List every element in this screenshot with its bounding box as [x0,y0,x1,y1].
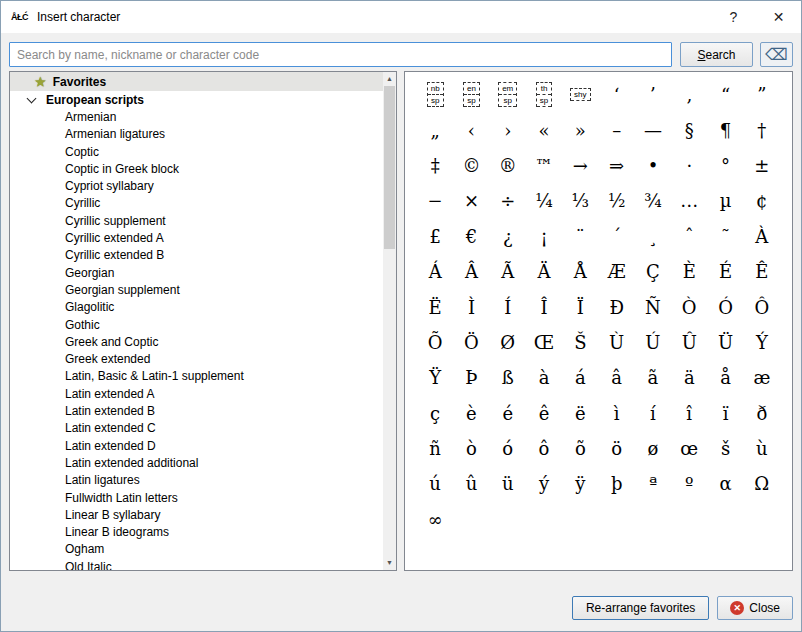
character-cell[interactable]: „ [417,112,453,147]
character-cell[interactable]: − [417,183,453,218]
tree-item[interactable]: Latin extended A [10,386,383,403]
character-cell[interactable]: ù [744,431,780,466]
character-cell[interactable]: û [453,466,489,501]
character-cell[interactable]: ü [490,466,526,501]
tree-item[interactable]: Coptic [10,144,383,161]
character-cell[interactable]: ∞ [417,502,453,537]
character-cell[interactable]: ¡ [526,219,562,254]
tree-item[interactable]: Gothic [10,317,383,334]
character-cell[interactable]: ½ [598,183,634,218]
character-cell[interactable]: º [671,466,707,501]
tree-item[interactable]: Cyrillic [10,195,383,212]
space-character-cell[interactable]: emsp [490,77,526,112]
tree-item[interactable]: Latin extended B [10,403,383,420]
character-cell[interactable]: ý [526,466,562,501]
tree-scrollbar[interactable]: ▲ ▼ [383,72,396,570]
help-button[interactable]: ? [711,1,756,33]
tree-item[interactable]: Greek extended [10,351,383,368]
character-cell[interactable]: ‚ [671,77,707,112]
character-cell[interactable]: Þ [453,360,489,395]
character-cell[interactable]: ‘ [598,77,634,112]
character-cell[interactable]: Á [417,254,453,289]
character-cell[interactable]: Í [490,289,526,324]
close-button[interactable]: ✕ Close [717,596,793,620]
tree-item[interactable]: Linear B syllabary [10,507,383,524]
character-cell[interactable]: — [635,112,671,147]
character-cell[interactable]: © [453,148,489,183]
character-cell[interactable]: è [453,396,489,431]
tree-item-favorites[interactable]: ★ Favorites [10,72,383,91]
character-cell[interactable]: “ [707,77,743,112]
character-cell[interactable]: ð [744,396,780,431]
character-cell[interactable]: ÿ [562,466,598,501]
tree-item[interactable]: Armenian [10,109,383,126]
character-cell[interactable]: ¶ [707,112,743,147]
character-cell[interactable]: Ç [635,254,671,289]
tree-item[interactable]: Georgian supplement [10,282,383,299]
character-cell[interactable]: Ø [490,325,526,360]
character-cell[interactable]: ¼ [526,183,562,218]
character-cell[interactable]: ‡ [417,148,453,183]
character-cell[interactable]: › [490,112,526,147]
character-cell[interactable]: Ì [453,289,489,324]
character-cell[interactable]: « [526,112,562,147]
character-cell[interactable]: Ä [526,254,562,289]
character-cell[interactable]: † [744,112,780,147]
character-cell[interactable]: Ë [417,289,453,324]
character-cell[interactable]: ° [707,148,743,183]
character-cell[interactable]: ™ [526,148,562,183]
character-cell[interactable]: ⇒ [598,148,634,183]
character-cell[interactable]: š [707,431,743,466]
clear-search-button[interactable]: ⌫ [760,42,793,67]
space-character-cell[interactable]: shy [562,77,598,112]
search-input[interactable] [9,42,672,67]
search-button[interactable]: Search [680,42,753,67]
character-cell[interactable]: Ÿ [417,360,453,395]
character-cell[interactable]: ¢ [744,183,780,218]
character-cell[interactable]: Å [562,254,598,289]
character-cell[interactable]: Ã [490,254,526,289]
character-cell[interactable]: þ [598,466,634,501]
tree-item[interactable]: Latin, Basic & Latin-1 supplement [10,368,383,385]
scroll-down-button[interactable]: ▼ [383,556,396,570]
character-cell[interactable]: × [453,183,489,218]
character-cell[interactable]: – [598,112,634,147]
character-cell[interactable]: Û [671,325,707,360]
character-cell[interactable]: ¿ [490,219,526,254]
character-cell[interactable]: ÷ [490,183,526,218]
tree-item[interactable]: Cypriot syllabary [10,178,383,195]
character-cell[interactable]: Ý [744,325,780,360]
character-cell[interactable]: Ô [744,289,780,324]
tree-item[interactable]: Fullwidth Latin letters [10,490,383,507]
character-cell[interactable]: ¨ [562,219,598,254]
character-cell[interactable]: å [707,360,743,395]
tree-item-european-scripts[interactable]: European scripts [10,91,383,109]
character-cell[interactable]: À [744,219,780,254]
character-cell[interactable]: ª [635,466,671,501]
character-cell[interactable]: í [635,396,671,431]
tree-item[interactable]: Latin extended D [10,438,383,455]
character-cell[interactable]: α [707,466,743,501]
window-close-button[interactable]: ✕ [756,1,801,33]
character-cell[interactable]: Ê [744,254,780,289]
character-cell[interactable]: ô [526,431,562,466]
character-cell[interactable]: Ó [707,289,743,324]
scrollbar-thumb[interactable] [384,86,395,249]
tree-item[interactable]: Greek and Coptic [10,334,383,351]
character-cell[interactable]: Ü [707,325,743,360]
character-cell[interactable]: é [490,396,526,431]
character-cell[interactable]: ï [707,396,743,431]
character-cell[interactable]: ñ [417,431,453,466]
character-cell[interactable]: È [671,254,707,289]
character-cell[interactable]: Ö [453,325,489,360]
tree-item[interactable]: Cyrillic extended B [10,247,383,264]
character-cell[interactable]: ® [490,148,526,183]
character-cell[interactable]: É [707,254,743,289]
character-cell[interactable]: î [671,396,707,431]
tree-item[interactable]: Coptic in Greek block [10,161,383,178]
character-cell[interactable]: Ω [744,466,780,501]
character-cell[interactable]: ´ [598,219,634,254]
character-cell[interactable]: æ [744,360,780,395]
character-cell[interactable]: … [671,183,707,218]
character-cell[interactable]: Æ [598,254,634,289]
